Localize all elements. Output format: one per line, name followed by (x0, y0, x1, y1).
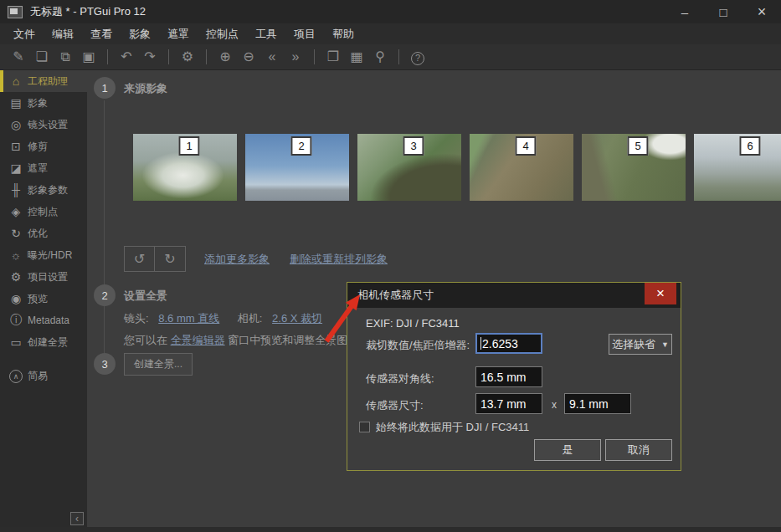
rotate-ccw-icon: ↺ (134, 251, 145, 267)
sensor-width-value: 13.7 mm (480, 397, 526, 411)
rotate-cw-button[interactable]: ↻ (155, 246, 186, 272)
always-use-checkbox[interactable] (359, 422, 370, 432)
app-window: 无标题 * - PTGui Pro 12 – □ × 文件编辑查看影象遮罩控制点… (0, 0, 781, 532)
sidebar-item-project-assistant[interactable]: ⌂工程助理 (0, 70, 87, 92)
menu-item-8[interactable]: 项目 (285, 23, 324, 44)
maximize-button[interactable]: □ (704, 0, 742, 23)
source-image-thumbnail-3[interactable]: 3 (357, 134, 461, 201)
toolbar-separator (314, 49, 315, 64)
menu-item-7[interactable]: 工具 (247, 23, 285, 44)
sidebar-item-label: 简易 (28, 369, 48, 383)
sensor-diagonal-value: 16.5 mm (480, 371, 526, 384)
window-bottom-edge (0, 527, 781, 532)
zoom-out-icon[interactable]: ⊖ (237, 44, 260, 69)
minimize-button[interactable]: – (665, 0, 704, 23)
crop-factor-input[interactable]: 2.6253 (475, 333, 542, 354)
sidebar-item-mask[interactable]: ◪遮罩 (0, 157, 87, 179)
source-image-thumbnail-2[interactable]: 2 (245, 134, 349, 201)
sidebar-item-label: 影象 (28, 96, 48, 110)
menu-item-5[interactable]: 遮罩 (159, 23, 198, 44)
previous-image-icon[interactable]: « (260, 44, 284, 69)
sensor-diagonal-input[interactable]: 16.5 mm (475, 366, 542, 387)
sidebar-item-label: 影象参数 (28, 183, 68, 197)
remove-rearrange-images-link[interactable]: 删除或重新排列影象 (290, 252, 388, 267)
sidebar-item-create-panorama[interactable]: ▭创建全景 (0, 331, 87, 353)
image-actions-row: ↺ ↻ 添加更多影象 删除或重新排列影象 (124, 246, 388, 272)
menu-item-3[interactable]: 查看 (82, 23, 121, 44)
source-image-thumbnail-5[interactable]: 5 (582, 134, 686, 201)
yes-button[interactable]: 是 (534, 439, 601, 461)
sidebar-item-control-points[interactable]: ◈控制点 (0, 201, 87, 223)
source-image-thumbnail-6[interactable]: 6 (694, 134, 781, 201)
rotate-ccw-button[interactable]: ↺ (124, 246, 155, 272)
sidebar-item-images[interactable]: ▤影象 (0, 92, 87, 114)
red-annotation-arrow (316, 288, 370, 348)
create-panorama-icon: ▭ (8, 335, 24, 349)
toolbar-separator (398, 49, 399, 64)
sidebar-collapse-button[interactable]: ‹ (70, 512, 84, 525)
sidebar-item-metadata[interactable]: ⓘMetadata (0, 309, 87, 331)
help-icon[interactable]: ? (406, 44, 429, 69)
copy-icon[interactable]: ⧉ (54, 44, 77, 69)
lens-settings-link[interactable]: 8.6 mm 直线 (158, 312, 219, 325)
lamp-icon[interactable]: ⚲ (368, 44, 392, 69)
sidebar-item-label: 工程助理 (28, 74, 68, 89)
sidebar-item-lens-settings[interactable]: ◎镜头设置 (0, 114, 87, 136)
exif-info-text: EXIF: DJI / FC3411 (366, 317, 460, 330)
zoom-in-icon[interactable]: ⊕ (213, 44, 237, 69)
window-title: 无标题 * - PTGui Pro 12 (30, 4, 146, 19)
chevron-down-icon: ▼ (661, 340, 669, 349)
always-use-checkbox-label: 始终将此数据用于 DJI / FC3411 (376, 420, 529, 435)
sensor-width-input[interactable]: 13.7 mm (475, 393, 542, 414)
undo-icon[interactable]: ↶ (115, 44, 138, 69)
step-3-badge: 3 (94, 353, 116, 375)
create-panorama-button[interactable]: 创建全景... (124, 353, 193, 376)
dialog-close-button[interactable]: × (645, 283, 676, 304)
sidebar-item-preview[interactable]: ◉预览 (0, 288, 87, 309)
image-parameters-icon: ╫ (8, 183, 24, 197)
optimize-icon: ↻ (8, 227, 24, 240)
text-caret (480, 337, 481, 350)
sidebar: ⌂工程助理▤影象◎镜头设置⊡修剪◪遮罩╫影象参数◈控制点↻优化☼曝光/HDR⚙项… (0, 70, 87, 532)
sensor-size-label: 传感器尺寸: (366, 398, 424, 413)
toolbar-separator (107, 49, 108, 64)
menu-item-9[interactable]: 帮助 (324, 23, 362, 44)
sidebar-item-simple-mode[interactable]: ∧简易 (0, 365, 87, 386)
menu-item-6[interactable]: 控制点 (198, 23, 247, 44)
step-2-badge: 2 (94, 284, 116, 306)
menu-item-1[interactable]: 文件 (5, 23, 44, 44)
menu-item-2[interactable]: 编辑 (44, 23, 82, 44)
sidebar-item-image-parameters[interactable]: ╫影象参数 (0, 179, 87, 201)
cancel-button[interactable]: 取消 (605, 439, 672, 461)
menu-item-4[interactable]: 影象 (121, 23, 159, 44)
sensor-height-input[interactable]: 9.1 mm (564, 393, 631, 414)
dialog-title-bar[interactable]: 相机传感器尺寸 × (347, 283, 681, 308)
toolbar: ✎❏⧉▣↶↷⚙⊕⊖«»❐▦⚲? (0, 44, 781, 70)
edit-icon[interactable]: ✎ (7, 44, 30, 69)
sidebar-item-label: 控制点 (28, 205, 58, 219)
sidebar-item-optimize[interactable]: ↻优化 (0, 223, 87, 244)
select-default-label: 选择缺省 (612, 337, 655, 352)
hint-text-pre: 您可以在 (124, 334, 167, 346)
next-image-icon[interactable]: » (284, 44, 307, 69)
save-icon[interactable]: ▣ (77, 44, 100, 69)
open-project-icon[interactable]: ❏ (30, 44, 54, 69)
panorama-editor-icon[interactable]: ❐ (321, 44, 345, 69)
sidebar-item-project-settings[interactable]: ⚙项目设置 (0, 266, 87, 288)
source-image-thumbnail-4[interactable]: 4 (470, 134, 573, 201)
sidebar-item-exposure-hdr[interactable]: ☼曝光/HDR (0, 244, 87, 266)
close-button[interactable]: × (742, 0, 781, 23)
grid-viewer-icon[interactable]: ▦ (345, 44, 368, 69)
panorama-editor-link[interactable]: 全景编辑器 (171, 334, 225, 346)
redo-icon[interactable]: ↷ (138, 44, 162, 69)
sidebar-item-label: 预览 (28, 292, 48, 306)
step-2-title: 设置全景 (124, 289, 167, 304)
select-default-button[interactable]: 选择缺省 ▼ (609, 334, 672, 355)
sidebar-item-crop[interactable]: ⊡修剪 (0, 136, 87, 157)
add-more-images-link[interactable]: 添加更多影象 (204, 252, 270, 267)
source-image-thumbnail-1[interactable]: 1 (133, 134, 237, 201)
settings-icon[interactable]: ⚙ (176, 44, 199, 69)
menu-bar: 文件编辑查看影象遮罩控制点工具项目帮助 (0, 23, 781, 44)
camera-crop-link[interactable]: 2.6 X 裁切 (272, 312, 322, 325)
sidebar-item-label: 项目设置 (28, 270, 68, 284)
